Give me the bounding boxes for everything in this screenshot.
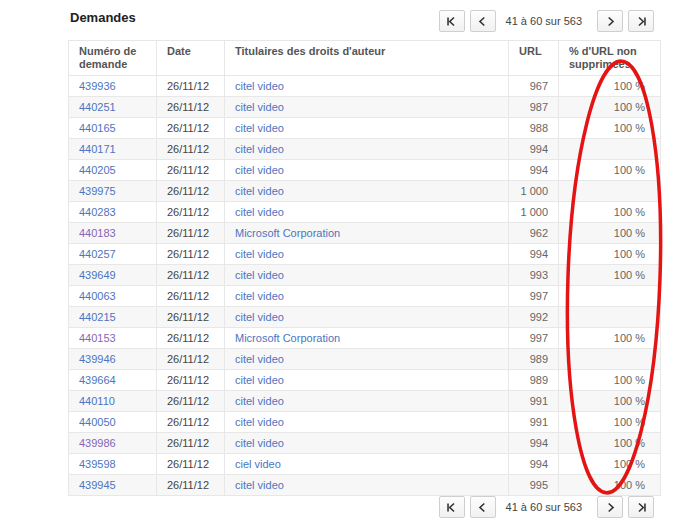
last-page-icon (635, 501, 648, 514)
pct-not-removed-cell: 100 % (559, 454, 661, 475)
request-id-link[interactable]: 440165 (79, 122, 116, 134)
url-count-cell: 1 000 (509, 202, 559, 223)
copyright-holder-link[interactable]: citel video (235, 416, 284, 428)
prev-page-button[interactable] (470, 496, 496, 518)
pagination-range: 41 à 60 sur 563 (506, 15, 582, 27)
request-id-link[interactable]: 440215 (79, 311, 116, 323)
holder-cell: citel video (225, 370, 509, 391)
table-row: 440257 26/11/12 citel video 994 100 % (69, 244, 661, 265)
holder-cell: Microsoft Corporation (225, 328, 509, 349)
holder-cell: citel video (225, 265, 509, 286)
copyright-holder-link[interactable]: citel video (235, 311, 284, 323)
date-cell: 26/11/12 (157, 97, 225, 118)
request-id-link[interactable]: 440283 (79, 206, 116, 218)
request-id-link[interactable]: 439946 (79, 353, 116, 365)
holder-cell: citel video (225, 76, 509, 97)
last-page-button[interactable] (628, 496, 654, 518)
request-id-link[interactable]: 439649 (79, 269, 116, 281)
first-page-button[interactable] (439, 496, 465, 518)
table-row: 439649 26/11/12 citel video 993 100 % (69, 265, 661, 286)
request-id-cell: 439975 (69, 181, 157, 202)
request-id-link[interactable]: 440205 (79, 164, 116, 176)
request-id-cell: 440050 (69, 412, 157, 433)
table-row: 440110 26/11/12 citel video 991 100 % (69, 391, 661, 412)
copyright-holder-link[interactable]: citel video (235, 164, 284, 176)
next-page-button[interactable] (597, 10, 623, 32)
copyright-holder-link[interactable]: citel video (235, 269, 284, 281)
url-count-cell: 994 (509, 160, 559, 181)
holder-cell: citel video (225, 181, 509, 202)
request-id-cell: 440183 (69, 223, 157, 244)
copyright-holder-link[interactable]: ciel video (235, 458, 281, 470)
url-count-cell: 997 (509, 328, 559, 349)
pct-not-removed-cell: 100 % (559, 160, 661, 181)
url-count-cell: 988 (509, 118, 559, 139)
date-cell: 26/11/12 (157, 265, 225, 286)
request-id-link[interactable]: 439936 (79, 80, 116, 92)
prev-page-button[interactable] (470, 10, 496, 32)
request-id-link[interactable]: 440110 (79, 395, 115, 407)
copyright-holder-link[interactable]: citel video (235, 122, 284, 134)
copyright-holder-link[interactable]: citel video (235, 479, 284, 491)
table-row: 440153 26/11/12 Microsoft Corporation 99… (69, 328, 661, 349)
copyright-holder-link[interactable]: citel video (235, 143, 284, 155)
copyright-holder-link[interactable]: citel video (235, 290, 284, 302)
pct-not-removed-cell: 100 % (559, 370, 661, 391)
copyright-holder-link[interactable]: citel video (235, 185, 284, 197)
url-count-cell: 989 (509, 349, 559, 370)
pct-not-removed-cell (559, 286, 661, 307)
request-id-link[interactable]: 439664 (79, 374, 116, 386)
request-id-link[interactable]: 439945 (79, 479, 116, 491)
pct-not-removed-cell: 100 % (559, 412, 661, 433)
next-page-button[interactable] (597, 496, 623, 518)
request-id-link[interactable]: 439986 (79, 437, 116, 449)
last-page-button[interactable] (628, 10, 654, 32)
copyright-holder-link[interactable]: citel video (235, 395, 284, 407)
holder-cell: Microsoft Corporation (225, 223, 509, 244)
request-id-cell: 439945 (69, 475, 157, 496)
request-id-link[interactable]: 440257 (79, 248, 116, 260)
pct-not-removed-cell: 100 % (559, 244, 661, 265)
pct-not-removed-cell: 100 % (559, 202, 661, 223)
holder-cell: citel video (225, 391, 509, 412)
request-id-link[interactable]: 440153 (79, 332, 116, 344)
request-id-cell: 439649 (69, 265, 157, 286)
copyright-holder-link[interactable]: citel video (235, 248, 284, 260)
copyright-holder-link[interactable]: Microsoft Corporation (235, 227, 340, 239)
table-header-row: Numéro de demande Date Titulaires des dr… (69, 41, 661, 76)
copyright-holder-link[interactable]: citel video (235, 80, 284, 92)
request-id-cell: 439664 (69, 370, 157, 391)
request-id-link[interactable]: 440171 (79, 143, 116, 155)
date-cell: 26/11/12 (157, 433, 225, 454)
holder-cell: citel video (225, 160, 509, 181)
copyright-holder-link[interactable]: Microsoft Corporation (235, 332, 340, 344)
pct-not-removed-cell: 100 % (559, 118, 661, 139)
request-id-link[interactable]: 440050 (79, 416, 116, 428)
request-id-link[interactable]: 440183 (79, 227, 116, 239)
request-id-cell: 440283 (69, 202, 157, 223)
copyright-holder-link[interactable]: citel video (235, 206, 284, 218)
copyright-holder-link[interactable]: citel video (235, 374, 284, 386)
holder-cell: citel video (225, 412, 509, 433)
request-id-cell: 440153 (69, 328, 157, 349)
column-header-pct-not-removed: % d'URL non supprimées (559, 41, 661, 76)
url-count-cell: 962 (509, 223, 559, 244)
date-cell: 26/11/12 (157, 244, 225, 265)
request-id-link[interactable]: 439598 (79, 458, 116, 470)
prev-page-icon (476, 501, 489, 514)
date-cell: 26/11/12 (157, 286, 225, 307)
request-id-cell: 440165 (69, 118, 157, 139)
copyright-holder-link[interactable]: citel video (235, 101, 284, 113)
copyright-holder-link[interactable]: citel video (235, 437, 284, 449)
holder-cell: citel video (225, 202, 509, 223)
table-row: 440063 26/11/12 citel video 997 (69, 286, 661, 307)
copyright-holder-link[interactable]: citel video (235, 353, 284, 365)
holder-cell: ciel video (225, 454, 509, 475)
request-id-link[interactable]: 440063 (79, 290, 116, 302)
pagination-bottom: 41 à 60 sur 563 (434, 496, 654, 518)
request-id-link[interactable]: 439975 (79, 185, 116, 197)
request-id-link[interactable]: 440251 (79, 101, 116, 113)
first-page-button[interactable] (439, 10, 465, 32)
date-cell: 26/11/12 (157, 412, 225, 433)
url-count-cell: 997 (509, 286, 559, 307)
